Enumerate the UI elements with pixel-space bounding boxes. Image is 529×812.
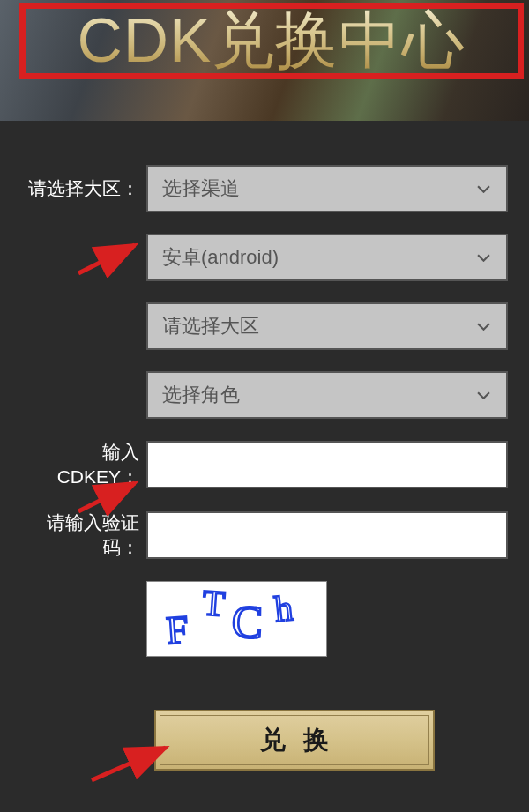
redeem-button-label: 兑换 — [242, 723, 346, 758]
chevron-down-icon — [477, 323, 490, 331]
captcha-input[interactable] — [146, 511, 508, 559]
svg-text:T: T — [201, 582, 226, 624]
redeem-button[interactable]: 兑换 — [154, 710, 435, 771]
chevron-down-icon — [477, 254, 490, 262]
redeem-form: 请选择大区： 选择渠道 安卓(android) 请选择大区 选择角色 — [0, 121, 529, 771]
channel-select[interactable]: 选择渠道 — [146, 165, 508, 212]
svg-text:C: C — [231, 596, 264, 648]
svg-text:F: F — [165, 607, 190, 653]
cdkey-label: 输入CDKEY： — [21, 440, 146, 489]
platform-select[interactable]: 安卓(android) — [146, 234, 508, 281]
captcha-image[interactable]: F T C h — [146, 581, 327, 657]
chevron-down-icon — [477, 185, 490, 193]
chevron-down-icon — [477, 391, 490, 399]
channel-select-value: 选择渠道 — [162, 175, 240, 202]
region-label: 请选择大区： — [21, 176, 146, 201]
banner-header: CDK兑换中心 — [0, 0, 529, 121]
platform-select-value: 安卓(android) — [162, 244, 279, 271]
captcha-svg: F T C h — [147, 582, 326, 656]
cdkey-input[interactable] — [146, 441, 508, 488]
svg-text:h: h — [272, 587, 294, 629]
role-select[interactable]: 选择角色 — [146, 371, 508, 419]
region-select-value: 请选择大区 — [162, 313, 259, 339]
captcha-label: 请输入验证码： — [21, 510, 146, 560]
role-select-value: 选择角色 — [162, 382, 240, 408]
page-title: CDK兑换中心 — [78, 0, 466, 83]
title-highlight-box: CDK兑换中心 — [19, 3, 524, 79]
region-select[interactable]: 请选择大区 — [146, 302, 508, 350]
